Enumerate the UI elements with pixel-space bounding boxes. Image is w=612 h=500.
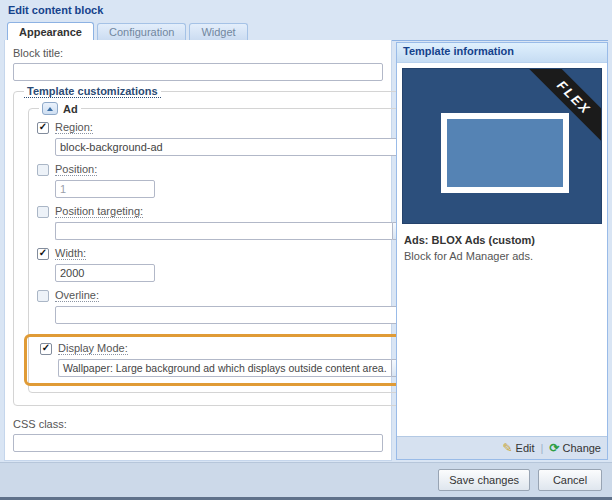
pencil-icon: ✎: [503, 442, 513, 454]
template-name: Ads: BLOX Ads (custom): [404, 234, 600, 246]
position-field-row: Position:: [37, 163, 409, 198]
tab-appearance[interactable]: Appearance: [7, 22, 94, 41]
template-preview-content-area: [441, 113, 569, 193]
collapse-section-button[interactable]: [42, 102, 58, 115]
position-targeting-field-row: Position targeting:: [37, 205, 409, 240]
position-label: Position:: [55, 163, 97, 176]
action-divider: |: [541, 442, 544, 454]
block-title-label: Block title:: [13, 47, 383, 59]
position-input[interactable]: [55, 180, 155, 198]
position-checkbox[interactable]: [37, 164, 49, 176]
ad-fieldset: Ad Region: Position: Position: [28, 102, 418, 393]
template-information-header: Template information: [397, 43, 607, 63]
display-mode-label: Display Mode:: [58, 342, 128, 355]
overline-field-row: Overline:: [37, 289, 409, 324]
css-class-field-row: CSS class:: [13, 418, 383, 452]
dialog-footer: Save changes Cancel: [0, 462, 612, 500]
position-targeting-label: Position targeting:: [55, 205, 143, 218]
css-class-label: CSS class:: [13, 418, 383, 430]
template-preview-image: FLEX: [402, 68, 602, 224]
region-checkbox[interactable]: [37, 122, 49, 134]
display-mode-checkbox[interactable]: [40, 343, 52, 355]
chevron-up-icon: [47, 107, 53, 111]
tab-strip: Appearance Configuration Widget: [4, 22, 608, 41]
display-mode-selected-value: Wallpaper: Large background ad which dis…: [58, 359, 391, 377]
ad-legend-label: Ad: [63, 103, 78, 115]
edit-label: Edit: [516, 442, 535, 454]
cancel-button[interactable]: Cancel: [538, 469, 602, 491]
dialog-title: Edit content block: [8, 4, 103, 16]
template-actions-bar: ✎ Edit | ⟳ Change: [397, 436, 607, 459]
region-field-row: Region:: [37, 121, 409, 156]
edit-template-button[interactable]: ✎ Edit: [503, 442, 535, 454]
width-label: Width:: [55, 247, 86, 260]
display-mode-highlight-box: Display Mode: Wallpaper: Large backgroun…: [24, 334, 416, 386]
change-label: Change: [562, 442, 601, 454]
change-arrows-icon: ⟳: [549, 442, 559, 454]
tab-configuration[interactable]: Configuration: [97, 23, 186, 40]
block-title-input[interactable]: [13, 63, 383, 81]
appearance-form-panel: Block title: Template customizations Ad …: [4, 40, 392, 461]
save-changes-button[interactable]: Save changes: [438, 469, 530, 491]
template-customizations-legend: Template customizations: [24, 85, 161, 98]
overline-input[interactable]: [55, 306, 409, 324]
change-template-button[interactable]: ⟳ Change: [549, 442, 601, 454]
ad-legend: Ad: [39, 102, 81, 115]
width-input[interactable]: [55, 264, 155, 282]
template-description: Block for Ad Manager ads.: [404, 250, 600, 262]
template-information-panel: Template information FLEX Ads: BLOX Ads …: [396, 42, 608, 460]
tab-widget[interactable]: Widget: [189, 23, 247, 40]
region-label: Region:: [55, 121, 93, 134]
template-customizations-fieldset: Template customizations Ad Region: Posit…: [13, 85, 429, 406]
position-targeting-checkbox[interactable]: [37, 206, 49, 218]
width-field-row: Width:: [37, 247, 409, 282]
overline-label: Overline:: [55, 289, 99, 302]
position-targeting-selected-value: [55, 222, 392, 240]
overline-checkbox[interactable]: [37, 290, 49, 302]
width-checkbox[interactable]: [37, 248, 49, 260]
position-targeting-select[interactable]: [55, 222, 409, 240]
region-input[interactable]: [55, 138, 409, 156]
display-mode-select[interactable]: Wallpaper: Large background ad which dis…: [58, 359, 408, 377]
css-class-input[interactable]: [13, 434, 383, 452]
